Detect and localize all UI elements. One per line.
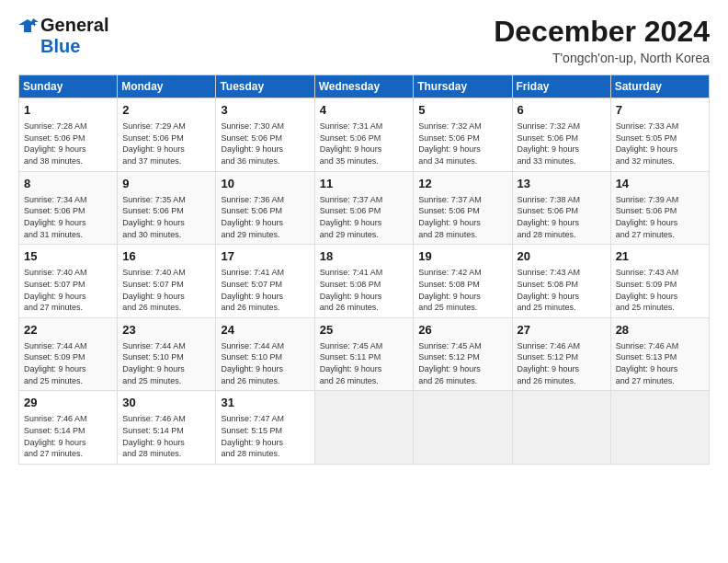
svg-marker-1 [31, 18, 39, 27]
day-info: Sunrise: 7:31 AM Sunset: 5:06 PM Dayligh… [320, 121, 409, 167]
day-number: 21 [616, 248, 704, 265]
day-number: 30 [122, 395, 210, 411]
calendar-cell: 18Sunrise: 7:41 AM Sunset: 5:08 PM Dayli… [314, 245, 414, 318]
day-number: 31 [221, 395, 309, 411]
day-number: 22 [24, 322, 112, 339]
calendar-cell: 12Sunrise: 7:37 AM Sunset: 5:06 PM Dayli… [414, 171, 512, 245]
calendar-cell: 11Sunrise: 7:37 AM Sunset: 5:06 PM Dayli… [314, 171, 414, 245]
calendar-week-row: 15Sunrise: 7:40 AM Sunset: 5:07 PM Dayli… [19, 245, 710, 318]
day-info: Sunrise: 7:46 AM Sunset: 5:14 PM Dayligh… [122, 413, 210, 459]
calendar-cell [414, 391, 512, 465]
calendar-week-row: 22Sunrise: 7:44 AM Sunset: 5:09 PM Dayli… [19, 317, 710, 391]
day-number: 19 [418, 248, 506, 265]
calendar-subtitle: T'ongch'on-up, North Korea [494, 51, 710, 65]
calendar-cell: 10Sunrise: 7:36 AM Sunset: 5:06 PM Dayli… [216, 171, 314, 245]
day-info: Sunrise: 7:44 AM Sunset: 5:10 PM Dayligh… [221, 340, 309, 386]
day-number: 14 [616, 176, 704, 192]
day-info: Sunrise: 7:46 AM Sunset: 5:12 PM Dayligh… [518, 340, 606, 386]
day-info: Sunrise: 7:32 AM Sunset: 5:06 PM Dayligh… [518, 121, 606, 167]
calendar-page: General Blue December 2024 T'ongch'on-up… [0, 0, 728, 563]
calendar-cell: 15Sunrise: 7:40 AM Sunset: 5:07 PM Dayli… [19, 245, 118, 318]
day-number: 17 [221, 248, 309, 265]
day-info: Sunrise: 7:46 AM Sunset: 5:13 PM Dayligh… [616, 340, 704, 386]
day-number: 18 [320, 248, 409, 265]
day-number: 27 [518, 322, 606, 339]
day-number: 13 [518, 176, 606, 192]
logo-text: General [40, 15, 108, 36]
day-number: 9 [122, 176, 210, 192]
calendar-cell: 24Sunrise: 7:44 AM Sunset: 5:10 PM Dayli… [216, 317, 314, 391]
day-number: 1 [24, 102, 112, 119]
col-sunday: Sunday [19, 75, 118, 98]
day-info: Sunrise: 7:45 AM Sunset: 5:11 PM Dayligh… [320, 340, 409, 386]
day-info: Sunrise: 7:46 AM Sunset: 5:14 PM Dayligh… [24, 413, 112, 459]
day-info: Sunrise: 7:34 AM Sunset: 5:06 PM Dayligh… [24, 194, 112, 240]
col-saturday: Saturday [610, 75, 709, 98]
logo: General Blue [18, 15, 108, 57]
calendar-cell: 31Sunrise: 7:47 AM Sunset: 5:15 PM Dayli… [216, 391, 314, 465]
day-number: 11 [320, 176, 409, 192]
day-number: 10 [221, 176, 309, 192]
day-number: 26 [418, 322, 506, 339]
day-info: Sunrise: 7:38 AM Sunset: 5:06 PM Dayligh… [518, 194, 606, 240]
calendar-cell [314, 391, 414, 465]
calendar-cell: 19Sunrise: 7:42 AM Sunset: 5:08 PM Dayli… [414, 245, 512, 318]
calendar-cell: 23Sunrise: 7:44 AM Sunset: 5:10 PM Dayli… [118, 317, 216, 391]
calendar-cell: 17Sunrise: 7:41 AM Sunset: 5:07 PM Dayli… [216, 245, 314, 318]
day-info: Sunrise: 7:45 AM Sunset: 5:12 PM Dayligh… [418, 340, 506, 386]
day-info: Sunrise: 7:33 AM Sunset: 5:05 PM Dayligh… [616, 121, 704, 167]
calendar-cell: 29Sunrise: 7:46 AM Sunset: 5:14 PM Dayli… [19, 391, 118, 465]
calendar-cell: 9Sunrise: 7:35 AM Sunset: 5:06 PM Daylig… [118, 171, 216, 245]
calendar-cell: 16Sunrise: 7:40 AM Sunset: 5:07 PM Dayli… [118, 245, 216, 318]
calendar-cell: 28Sunrise: 7:46 AM Sunset: 5:13 PM Dayli… [610, 317, 709, 391]
calendar-header-row: Sunday Monday Tuesday Wednesday Thursday… [19, 75, 710, 98]
day-info: Sunrise: 7:44 AM Sunset: 5:10 PM Dayligh… [122, 340, 210, 386]
day-info: Sunrise: 7:43 AM Sunset: 5:09 PM Dayligh… [616, 267, 704, 313]
day-number: 8 [24, 176, 112, 192]
day-number: 2 [122, 102, 210, 119]
calendar-cell: 2Sunrise: 7:29 AM Sunset: 5:06 PM Daylig… [118, 98, 216, 172]
col-monday: Monday [118, 75, 216, 98]
calendar-cell: 4Sunrise: 7:31 AM Sunset: 5:06 PM Daylig… [314, 98, 414, 172]
col-thursday: Thursday [414, 75, 512, 98]
day-info: Sunrise: 7:28 AM Sunset: 5:06 PM Dayligh… [24, 121, 112, 167]
day-number: 25 [320, 322, 409, 339]
calendar-cell [512, 391, 610, 465]
calendar-cell: 20Sunrise: 7:43 AM Sunset: 5:08 PM Dayli… [512, 245, 610, 318]
day-info: Sunrise: 7:37 AM Sunset: 5:06 PM Dayligh… [418, 194, 506, 240]
calendar-cell: 6Sunrise: 7:32 AM Sunset: 5:06 PM Daylig… [512, 98, 610, 172]
day-number: 16 [122, 248, 210, 265]
day-info: Sunrise: 7:44 AM Sunset: 5:09 PM Dayligh… [24, 340, 112, 386]
day-number: 3 [221, 102, 309, 119]
calendar-title: December 2024 [494, 15, 710, 49]
day-info: Sunrise: 7:47 AM Sunset: 5:15 PM Dayligh… [221, 413, 309, 459]
day-info: Sunrise: 7:37 AM Sunset: 5:06 PM Dayligh… [320, 194, 409, 240]
day-number: 28 [616, 322, 704, 339]
calendar-cell: 14Sunrise: 7:39 AM Sunset: 5:06 PM Dayli… [610, 171, 709, 245]
calendar-cell: 3Sunrise: 7:30 AM Sunset: 5:06 PM Daylig… [216, 98, 314, 172]
calendar-cell: 26Sunrise: 7:45 AM Sunset: 5:12 PM Dayli… [414, 317, 512, 391]
day-info: Sunrise: 7:36 AM Sunset: 5:06 PM Dayligh… [221, 194, 309, 240]
calendar-cell: 27Sunrise: 7:46 AM Sunset: 5:12 PM Dayli… [512, 317, 610, 391]
calendar-cell: 13Sunrise: 7:38 AM Sunset: 5:06 PM Dayli… [512, 171, 610, 245]
calendar-cell [610, 391, 709, 465]
day-info: Sunrise: 7:39 AM Sunset: 5:06 PM Dayligh… [616, 194, 704, 240]
day-number: 6 [518, 102, 606, 119]
calendar-week-row: 8Sunrise: 7:34 AM Sunset: 5:06 PM Daylig… [19, 171, 710, 245]
day-number: 23 [122, 322, 210, 339]
col-wednesday: Wednesday [314, 75, 414, 98]
logo-blue: Blue [40, 36, 80, 57]
day-info: Sunrise: 7:42 AM Sunset: 5:08 PM Dayligh… [418, 267, 506, 313]
calendar-cell: 5Sunrise: 7:32 AM Sunset: 5:06 PM Daylig… [414, 98, 512, 172]
day-number: 4 [320, 102, 409, 119]
calendar-cell: 30Sunrise: 7:46 AM Sunset: 5:14 PM Dayli… [118, 391, 216, 465]
day-info: Sunrise: 7:32 AM Sunset: 5:06 PM Dayligh… [418, 121, 506, 167]
day-info: Sunrise: 7:29 AM Sunset: 5:06 PM Dayligh… [122, 121, 210, 167]
calendar-cell: 8Sunrise: 7:34 AM Sunset: 5:06 PM Daylig… [19, 171, 118, 245]
day-number: 24 [221, 322, 309, 339]
day-info: Sunrise: 7:41 AM Sunset: 5:07 PM Dayligh… [221, 267, 309, 313]
day-number: 29 [24, 395, 112, 411]
day-number: 7 [616, 102, 704, 119]
calendar-cell: 21Sunrise: 7:43 AM Sunset: 5:09 PM Dayli… [610, 245, 709, 318]
calendar-week-row: 29Sunrise: 7:46 AM Sunset: 5:14 PM Dayli… [19, 391, 710, 465]
